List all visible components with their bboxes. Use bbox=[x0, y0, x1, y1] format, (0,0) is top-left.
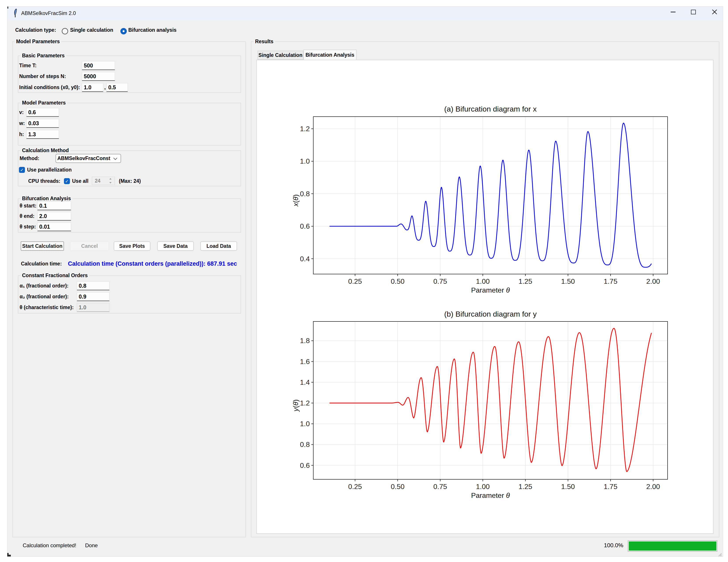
svg-text:1.50: 1.50 bbox=[561, 277, 575, 285]
svg-text:0.8: 0.8 bbox=[300, 190, 310, 198]
svg-text:2.00: 2.00 bbox=[646, 277, 660, 285]
svg-text:(a) Bifurcation diagram for x: (a) Bifurcation diagram for x bbox=[444, 105, 537, 113]
svg-text:0.75: 0.75 bbox=[433, 277, 447, 285]
svg-text:1.25: 1.25 bbox=[519, 483, 532, 491]
svg-text:Parameter θ: Parameter θ bbox=[471, 491, 510, 499]
svg-text:y(θ): y(θ) bbox=[292, 400, 300, 412]
svg-text:1.0: 1.0 bbox=[300, 157, 310, 165]
svg-text:2.00: 2.00 bbox=[646, 483, 660, 491]
svg-text:1.6: 1.6 bbox=[300, 358, 310, 366]
svg-text:1.0: 1.0 bbox=[300, 420, 310, 428]
svg-text:0.6: 0.6 bbox=[300, 461, 310, 469]
svg-text:0.50: 0.50 bbox=[391, 277, 404, 285]
svg-text:1.4: 1.4 bbox=[300, 378, 310, 386]
svg-text:Parameter θ: Parameter θ bbox=[471, 286, 510, 294]
svg-text:1.8: 1.8 bbox=[300, 337, 310, 345]
svg-text:0.75: 0.75 bbox=[433, 483, 447, 491]
svg-text:0.4: 0.4 bbox=[300, 255, 310, 263]
svg-text:0.6: 0.6 bbox=[300, 222, 310, 230]
svg-text:0.25: 0.25 bbox=[348, 277, 362, 285]
svg-text:1.00: 1.00 bbox=[476, 483, 490, 491]
svg-text:(b) Bifurcation diagram for y: (b) Bifurcation diagram for y bbox=[444, 310, 537, 318]
svg-text:1.00: 1.00 bbox=[476, 277, 490, 285]
svg-text:1.2: 1.2 bbox=[300, 125, 310, 133]
svg-text:0.25: 0.25 bbox=[348, 483, 362, 491]
svg-text:1.2: 1.2 bbox=[300, 399, 310, 407]
svg-text:1.75: 1.75 bbox=[604, 277, 617, 285]
svg-text:1.50: 1.50 bbox=[561, 483, 575, 491]
svg-text:x(θ): x(θ) bbox=[292, 194, 300, 207]
svg-text:0.8: 0.8 bbox=[300, 441, 310, 448]
svg-text:1.75: 1.75 bbox=[604, 483, 617, 491]
svg-text:1.25: 1.25 bbox=[519, 277, 532, 285]
svg-text:0.50: 0.50 bbox=[391, 483, 404, 491]
